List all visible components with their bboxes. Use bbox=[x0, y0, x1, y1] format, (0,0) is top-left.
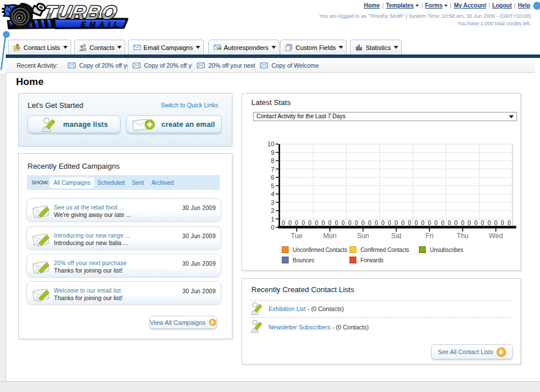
svg-text:0: 0 bbox=[282, 220, 285, 226]
svg-text:7: 7 bbox=[271, 166, 274, 173]
svg-text:0: 0 bbox=[421, 220, 425, 226]
svg-text:3: 3 bbox=[271, 199, 274, 206]
svg-text:0: 0 bbox=[289, 220, 292, 226]
svg-text:0: 0 bbox=[401, 220, 405, 226]
svg-text:0: 0 bbox=[362, 220, 365, 226]
svg-text:2: 2 bbox=[271, 207, 274, 214]
svg-text:TURBO: TURBO bbox=[42, 2, 119, 24]
svg-text:4: 4 bbox=[271, 191, 274, 197]
svg-text:Thu: Thu bbox=[457, 232, 469, 240]
svg-text:0: 0 bbox=[494, 220, 498, 226]
svg-text:0: 0 bbox=[375, 220, 378, 226]
svg-text:Sat: Sat bbox=[391, 232, 402, 240]
svg-text:0: 0 bbox=[461, 220, 464, 226]
svg-text:Tue: Tue bbox=[291, 232, 303, 240]
svg-text:0: 0 bbox=[382, 220, 385, 226]
svg-text:0: 0 bbox=[335, 220, 339, 226]
svg-text:0: 0 bbox=[468, 220, 471, 226]
svg-text:0: 0 bbox=[481, 220, 484, 226]
svg-text:8: 8 bbox=[271, 157, 274, 164]
svg-text:0: 0 bbox=[395, 220, 398, 226]
svg-text:Mon: Mon bbox=[323, 232, 336, 240]
svg-text:0: 0 bbox=[271, 224, 274, 231]
svg-text:1: 1 bbox=[271, 216, 274, 223]
svg-text:6: 6 bbox=[271, 174, 274, 181]
svg-text:0: 0 bbox=[441, 220, 445, 226]
svg-text:0: 0 bbox=[454, 220, 458, 226]
svg-text:0: 0 bbox=[507, 220, 511, 226]
svg-text:0: 0 bbox=[501, 220, 504, 226]
svg-text:0: 0 bbox=[341, 220, 345, 226]
svg-text:0: 0 bbox=[315, 220, 318, 226]
svg-text:0: 0 bbox=[488, 220, 491, 226]
svg-text:0: 0 bbox=[321, 220, 325, 226]
svg-text:9: 9 bbox=[271, 149, 274, 156]
svg-text:0: 0 bbox=[348, 220, 352, 226]
svg-text:0: 0 bbox=[434, 220, 438, 226]
svg-text:Wed: Wed bbox=[489, 232, 503, 240]
svg-text:0: 0 bbox=[308, 220, 312, 226]
svg-text:0: 0 bbox=[448, 220, 451, 226]
svg-text:0: 0 bbox=[475, 220, 478, 226]
svg-text:0: 0 bbox=[295, 220, 298, 226]
svg-text:0: 0 bbox=[302, 220, 305, 226]
svg-text:5: 5 bbox=[271, 183, 274, 189]
svg-text:0: 0 bbox=[328, 220, 332, 226]
svg-text:0: 0 bbox=[368, 220, 371, 226]
svg-text:0: 0 bbox=[355, 220, 358, 226]
svg-text:0: 0 bbox=[408, 220, 411, 226]
svg-text:0: 0 bbox=[388, 220, 391, 226]
svg-text:Fri: Fri bbox=[425, 232, 433, 240]
svg-text:Sun: Sun bbox=[357, 232, 369, 240]
svg-text:0: 0 bbox=[414, 220, 418, 226]
svg-text:0: 0 bbox=[428, 220, 432, 226]
svg-text:10: 10 bbox=[267, 141, 274, 148]
